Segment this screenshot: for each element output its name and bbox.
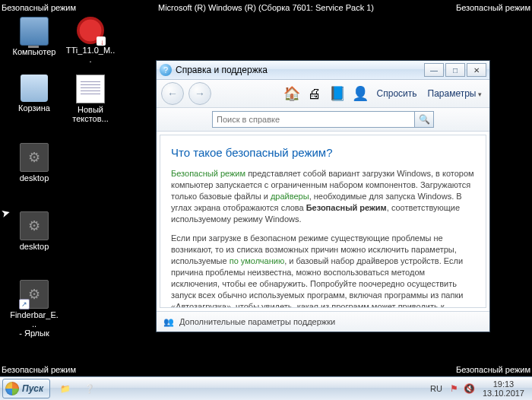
link-default[interactable]: по умолчанию: [230, 256, 284, 265]
options-button[interactable]: Параметры: [425, 88, 485, 99]
desktop-icon-label: Finderbar_E... - Ярлык: [9, 310, 59, 338]
desktop-icon-label: desktop: [9, 173, 59, 183]
print-icon[interactable]: 🖨: [306, 84, 324, 103]
desktop-icon-text-file[interactable]: Новый текстов...: [65, 75, 116, 123]
taskbar: Пуск 📁 ❔ RU ⚑ 🔇 19:13 13.10.2017: [0, 376, 532, 400]
minimize-button[interactable]: —: [424, 63, 444, 77]
desktop-icon-label: TTi_11.0_M...: [65, 46, 116, 64]
ask-icon[interactable]: 👤: [351, 84, 369, 103]
desktop-icon-ini-1[interactable]: desktop: [9, 143, 59, 183]
link-safe-mode[interactable]: Безопасный режим: [171, 169, 245, 178]
antivirus-icon: [77, 17, 104, 44]
start-label: Пуск: [22, 383, 43, 394]
text-file-icon: [76, 75, 105, 103]
shortcut-icon: [20, 280, 49, 309]
toolbar: ← → 🏠 🖨 📘 👤 Спросить Параметры: [157, 80, 489, 108]
link-drivers[interactable]: драйверы: [271, 192, 309, 201]
volume-icon[interactable]: 🔇: [464, 383, 475, 394]
quicklaunch-help[interactable]: ❔: [78, 379, 101, 398]
desktop-icon-label: Корзина: [9, 103, 59, 113]
ask-button[interactable]: Спросить: [374, 88, 420, 99]
safe-mode-bottom-left: Безопасный режим: [2, 365, 76, 374]
desktop-icon-shortcut[interactable]: Finderbar_E... - Ярлык: [9, 280, 59, 338]
recycle-bin-icon: [21, 75, 48, 102]
desktop-icon-label: Новый текстов...: [65, 105, 116, 123]
content-paragraph-1: Безопасный режим представляет собой вари…: [171, 168, 475, 225]
computer-icon: [20, 17, 49, 46]
forward-button[interactable]: →: [188, 82, 211, 105]
help-icon: ❔: [84, 384, 95, 394]
action-center-icon[interactable]: ⚑: [449, 383, 460, 394]
clock-date: 13.10.2017: [483, 389, 524, 398]
help-icon: ?: [160, 64, 172, 76]
desktop-icon-antivirus[interactable]: TTi_11.0_M...: [65, 17, 116, 64]
desktop-icon-label: desktop: [9, 242, 59, 251]
ini-file-icon: [20, 211, 49, 240]
windows-orb-icon: [5, 382, 19, 395]
help-window: ? Справка и поддержка — □ ✕ ← → 🏠 🖨 📘 👤 …: [156, 60, 490, 332]
search-input[interactable]: [213, 112, 414, 127]
search-bar: 🔍: [157, 108, 489, 132]
explorer-icon: 📁: [60, 384, 71, 394]
desktop-icon-recycle-bin[interactable]: Корзина: [9, 75, 59, 113]
close-button[interactable]: ✕: [467, 63, 486, 77]
support-options-icon: 👥: [163, 316, 175, 328]
desktop-icon-label: Компьютер: [9, 47, 59, 56]
help-content: Что такое безопасный режим? Безопасный р…: [160, 135, 486, 308]
title-bar[interactable]: ? Справка и поддержка — □ ✕: [157, 61, 489, 80]
clock[interactable]: 19:13 13.10.2017: [480, 379, 527, 398]
maximize-button[interactable]: □: [445, 63, 465, 77]
clock-time: 19:13: [483, 379, 524, 389]
window-title: Справка и поддержка: [176, 65, 424, 75]
ini-file-icon: [20, 143, 49, 172]
os-build-label: Microsoft (R) Windows (R) (Сборка 7601: …: [0, 3, 532, 12]
search-go-button[interactable]: 🔍: [414, 112, 433, 127]
content-paragraph-2: Если при загрузке в безопасном режиме су…: [171, 233, 475, 308]
desktop-icon-ini-2[interactable]: desktop: [9, 211, 59, 251]
language-indicator[interactable]: RU: [428, 384, 445, 393]
safe-mode-bottom-right: Безопасный режим: [456, 365, 530, 374]
mouse-cursor: ➤: [0, 206, 12, 221]
home-icon[interactable]: 🏠: [283, 84, 301, 103]
system-tray: RU ⚑ 🔇 19:13 13.10.2017: [423, 377, 532, 400]
back-button[interactable]: ←: [161, 82, 184, 105]
support-options-link[interactable]: Дополнительные параметры поддержки: [179, 317, 335, 326]
quicklaunch-explorer[interactable]: 📁: [54, 379, 77, 398]
start-button[interactable]: Пуск: [2, 379, 50, 398]
help-footer: 👥 Дополнительные параметры поддержки: [157, 311, 489, 332]
content-heading: Что такое безопасный режим?: [171, 146, 475, 159]
desktop-icon-computer[interactable]: Компьютер: [9, 17, 59, 56]
browse-help-icon[interactable]: 📘: [328, 84, 347, 103]
